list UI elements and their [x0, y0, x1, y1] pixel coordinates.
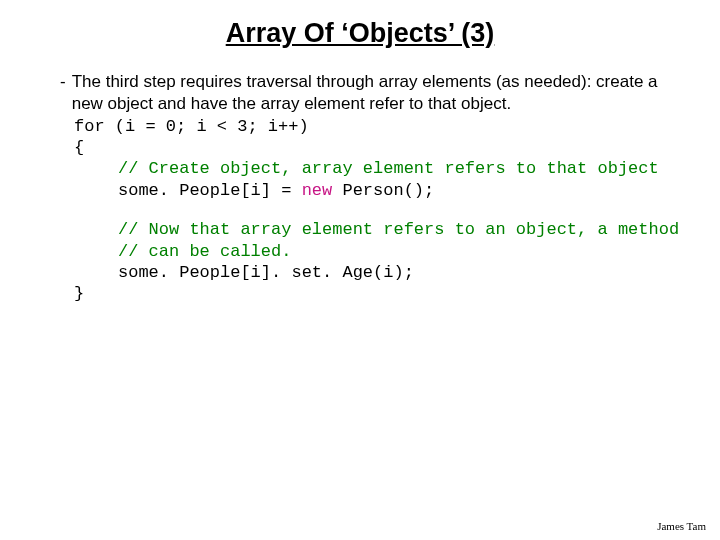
code-open-brace: { — [60, 137, 690, 158]
code-comment-2a: // Now that array element refers to an o… — [118, 220, 679, 239]
code-block: for (i = 0; i < 3; i++) { // Create obje… — [60, 116, 690, 305]
code-statement-1: some. People[i] = new Person(); — [60, 180, 690, 201]
keyword-new: new — [302, 181, 333, 200]
code-close-brace: } — [60, 283, 690, 304]
slide-title: Array Of ‘Objects’ (3) — [20, 18, 700, 49]
code-comment-1: // Create object, array element refers t… — [118, 159, 659, 178]
code-statement-2: some. People[i]. set. Age(i); — [60, 262, 690, 283]
code-comment-2b: // can be called. — [118, 242, 291, 261]
code-for-line: for (i = 0; i < 3; i++) — [60, 116, 690, 137]
bullet-dash: - — [60, 71, 66, 115]
slide-content: - The third step requires traversal thro… — [20, 71, 700, 305]
bullet-item: - The third step requires traversal thro… — [60, 71, 690, 115]
bullet-text: The third step requires traversal throug… — [72, 71, 690, 115]
footer-author: James Tam — [657, 520, 706, 532]
